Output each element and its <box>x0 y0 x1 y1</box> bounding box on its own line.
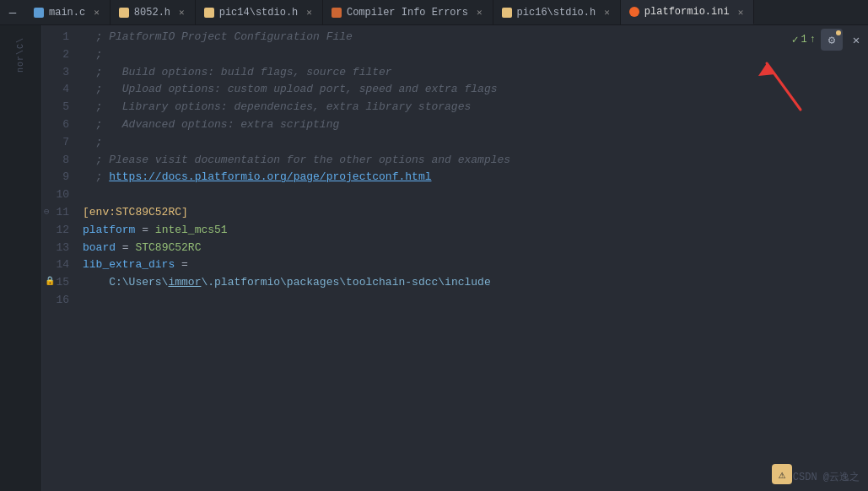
tab-label-platformio-ini: platformio.ini <box>644 6 730 18</box>
warning-icon: ⚠ <box>779 467 785 482</box>
line-num-4: 4 <box>42 81 83 99</box>
tab-main-c[interactable]: main.c ✕ <box>25 0 111 24</box>
line-num-15: 15 🔒 <box>42 274 83 292</box>
code-line-13: 13 board = STC89C52RC <box>42 240 868 257</box>
tab-icon-compiler-errors <box>332 8 342 18</box>
line-num-11: 11 ⊖ <box>42 204 83 222</box>
line-num-3: 3 <box>42 64 83 82</box>
lock-icon-15: 🔒 <box>45 275 55 289</box>
settings-dot <box>836 30 841 35</box>
watermark-text: CSDN @云逸之 <box>793 472 860 483</box>
line-content-6: ; Advanced options: extra scripting <box>83 116 339 134</box>
check-icon: ✓ <box>792 33 799 46</box>
tab-close-pic16-stdio[interactable]: ✕ <box>602 6 612 19</box>
top-right-toolbar: ✓ 1 ↑ ⚙ ✕ <box>792 29 865 51</box>
check-count: 1 <box>801 34 807 46</box>
line-content-13: board = STC89C52RC <box>83 240 201 257</box>
tab-label-pic16-stdio: pic16\stdio.h <box>517 7 596 19</box>
tab-close-8052-h[interactable]: ✕ <box>177 6 186 19</box>
warning-badge[interactable]: ⚠ <box>772 464 792 484</box>
tab-label-8052-h: 8052.h <box>134 7 170 19</box>
code-line-14: 14 lib_extra_dirs = <box>42 256 868 274</box>
tab-compiler-errors[interactable]: Compiler Info Errors ✕ <box>323 0 493 24</box>
code-line-4: 4 ; Upload options: custom upload port, … <box>42 81 868 99</box>
line-content-10 <box>83 186 89 204</box>
tab-pic14-stdio[interactable]: pic14\stdio.h ✕ <box>196 0 323 24</box>
line-content-7: ; <box>83 134 102 152</box>
tab-close-main-c[interactable]: ✕ <box>92 6 101 19</box>
code-line-7: 7 ; <box>42 134 868 152</box>
sidebar-label: nor\C\ <box>16 37 25 73</box>
line-num-10: 10 <box>42 186 83 204</box>
line-content-15: C:\Users\immor\.platformio\packages\tool… <box>83 274 491 292</box>
code-line-12: 12 platform = intel_mcs51 <box>42 222 868 240</box>
fold-icon-11[interactable]: ⊖ <box>44 205 50 220</box>
code-line-8: 8 ; Please visit documentation for the o… <box>42 152 868 170</box>
line-num-13: 13 <box>42 240 83 257</box>
line-content-1: ; PlatformIO Project Configuration File <box>83 29 353 46</box>
line-content-16 <box>83 292 89 310</box>
line-num-5: 5 <box>42 99 83 116</box>
tab-close-compiler-errors[interactable]: ✕ <box>475 6 484 19</box>
line-content-4: ; Upload options: custom upload port, sp… <box>83 81 497 99</box>
tab-close-pic14-stdio[interactable]: ✕ <box>305 6 314 19</box>
line-num-6: 6 <box>42 116 83 134</box>
code-line-10: 10 <box>42 186 868 204</box>
code-line-15: 15 🔒 C:\Users\immor\.platformio\packages… <box>42 274 868 292</box>
tab-icon-pic14-stdio <box>204 8 214 18</box>
line-content-11: [env:STC89C52RC] <box>83 204 188 222</box>
line-content-9-prefix: ; <box>83 169 109 186</box>
watermark: CSDN @云逸之 <box>793 470 860 484</box>
tab-label-compiler-errors: Compiler Info Errors <box>347 7 468 19</box>
left-sidebar: nor\C\ <box>0 25 42 491</box>
tab-icon-platformio-ini <box>629 7 639 17</box>
check-arrow-up: ↑ <box>810 34 816 46</box>
tab-icon-c <box>34 8 44 18</box>
tab-bar: — main.c ✕ 8052.h ✕ pic14\stdio.h ✕ Comp… <box>0 0 868 25</box>
code-line-1: 1 ; PlatformIO Project Configuration Fil… <box>42 29 868 46</box>
tab-platformio-ini[interactable]: platformio.ini ✕ <box>621 0 754 24</box>
code-line-9: 9 ; https://docs.platformio.org/page/pro… <box>42 169 868 186</box>
line-content-2: ; <box>83 46 102 64</box>
line-content-3: ; Build options: build flags, source fil… <box>83 64 392 82</box>
line-num-16: 16 <box>42 292 83 310</box>
line-num-7: 7 <box>42 134 83 152</box>
code-line-11: 11 ⊖ [env:STC89C52RC] <box>42 204 868 222</box>
line-num-12: 12 <box>42 222 83 240</box>
tab-icon-8052-h <box>119 8 129 18</box>
line-content-8: ; Please visit documentation for the oth… <box>83 152 510 170</box>
line-content-9-url[interactable]: https://docs.platformio.org/page/project… <box>109 169 431 186</box>
line-content-5: ; Library options: dependencies, extra l… <box>83 99 471 116</box>
code-content: 1 ; PlatformIO Project Configuration Fil… <box>42 25 868 310</box>
line-num-14: 14 <box>42 256 83 274</box>
code-editor[interactable]: ✓ 1 ↑ ⚙ ✕ 1 ; Plat <box>42 25 868 491</box>
editor-area: nor\C\ ✓ 1 ↑ ⚙ ✕ <box>0 25 868 491</box>
tab-close-platformio-ini[interactable]: ✕ <box>736 6 746 19</box>
line-content-14: lib_extra_dirs = <box>83 256 188 274</box>
line-num-1: 1 <box>42 29 83 46</box>
settings-button[interactable]: ⚙ <box>821 29 843 51</box>
tab-scroll-left[interactable]: — <box>0 0 25 24</box>
line-num-2: 2 <box>42 46 83 64</box>
line-num-8: 8 <box>42 152 83 170</box>
code-line-6: 6 ; Advanced options: extra scripting <box>42 116 868 134</box>
settings-icon: ⚙ <box>828 33 835 47</box>
tab-label-main-c: main.c <box>49 7 85 19</box>
code-line-2: 2 ; <box>42 46 868 64</box>
code-line-5: 5 ; Library options: dependencies, extra… <box>42 99 868 116</box>
close-editor-button[interactable]: ✕ <box>848 31 865 48</box>
code-line-3: 3 ; Build options: build flags, source f… <box>42 64 868 82</box>
code-line-16: 16 <box>42 292 868 310</box>
line-num-9: 9 <box>42 169 83 186</box>
close-icon: ✕ <box>853 33 860 47</box>
tab-8052-h[interactable]: 8052.h ✕ <box>111 0 196 24</box>
check-badge: ✓ 1 ↑ <box>792 33 816 46</box>
tab-icon-pic16-stdio <box>502 8 512 18</box>
tab-pic16-stdio[interactable]: pic16\stdio.h ✕ <box>493 0 621 24</box>
line-content-12: platform = intel_mcs51 <box>83 222 228 240</box>
tab-label-pic14-stdio: pic14\stdio.h <box>219 7 299 19</box>
